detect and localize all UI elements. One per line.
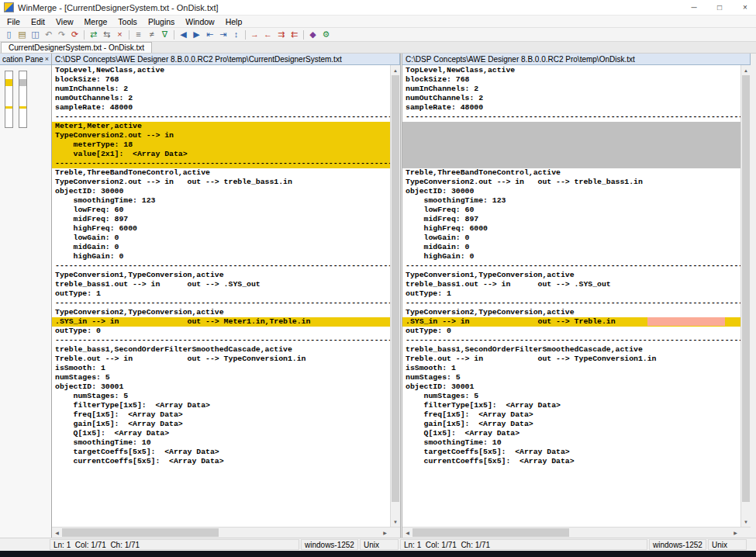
code-line[interactable]: numInChannels: 2 <box>52 85 390 94</box>
code-line[interactable]: highFreq: 6000 <box>402 224 740 234</box>
ghost-line[interactable] <box>402 159 740 168</box>
code-line[interactable]: isSmooth: 1 <box>402 364 740 373</box>
code-line[interactable]: outType: 0 <box>52 327 390 336</box>
code-line[interactable]: Q[1x5]: <Array Data> <box>52 429 390 438</box>
scroll-right-icon[interactable]: ▶ <box>380 528 390 538</box>
menu-item-view[interactable]: View <box>50 16 79 27</box>
code-line[interactable]: sampleRate: 48000 <box>402 103 740 112</box>
code-line[interactable]: blockSize: 768 <box>402 75 740 85</box>
tab-compare-file[interactable]: CurrentDesignerSystem.txt - OnDisk.txt <box>1 42 152 53</box>
code-line[interactable]: highGain: 0 <box>402 252 740 261</box>
prev-diff-icon[interactable]: ◀ <box>177 29 190 41</box>
code-line[interactable]: outType: 1 <box>402 289 740 299</box>
separator-line[interactable]: ----------------------------------------… <box>402 336 740 345</box>
code-line[interactable]: smoothingTime: 10 <box>52 438 390 448</box>
code-line[interactable]: lowGain: 0 <box>52 234 390 243</box>
left-horizontal-scroll-thumb[interactable] <box>62 528 219 537</box>
rescan-icon[interactable]: ⟳ <box>68 29 81 41</box>
code-line[interactable]: smoothingTime: 10 <box>402 438 740 448</box>
code-line[interactable]: gain[1x5]: <Array Data> <box>52 420 390 429</box>
code-line[interactable]: TypeConversion2,TypeConversion,active <box>402 308 740 317</box>
code-line[interactable]: currentCoeffs[5x5]: <Array Data> <box>52 457 390 466</box>
copy-left-icon[interactable]: ← <box>261 29 274 41</box>
code-line[interactable]: highFreq: 6000 <box>52 224 390 234</box>
code-line[interactable]: objectID: 30001 <box>52 382 390 392</box>
separator-line[interactable]: ----------------------------------------… <box>52 299 390 308</box>
copy-all-right-icon[interactable]: ⇉ <box>274 29 288 41</box>
code-line[interactable]: Treble.out --> in out --> TypeConversion… <box>52 355 390 364</box>
maximize-button[interactable]: □ <box>709 0 730 15</box>
ghost-line[interactable] <box>402 140 740 150</box>
code-line[interactable]: lowFreq: 60 <box>52 206 390 215</box>
right-file-path-header[interactable]: C:\DSP Concepts\AWE Designer 8.B.0.0.RC2… <box>402 54 751 65</box>
save-icon[interactable]: ◫ <box>29 29 42 41</box>
code-line[interactable]: TypeConversion2.out --> in out --> trebl… <box>402 178 740 187</box>
code-line[interactable]: TypeConversion2.out --> in out --> trebl… <box>52 178 390 187</box>
right-horizontal-scroll-thumb[interactable] <box>413 528 569 537</box>
code-line[interactable]: gain[1x5]: <Array Data> <box>402 420 740 429</box>
code-line[interactable]: midGain: 0 <box>402 243 740 252</box>
new-icon[interactable]: ▯ <box>2 29 16 41</box>
code-line[interactable]: TypeConversion2,TypeConversion,active <box>52 308 390 317</box>
code-line[interactable]: Q[1x5]: <Array Data> <box>402 429 740 438</box>
show-different-lines-icon[interactable]: ≠ <box>145 29 158 41</box>
code-line[interactable]: midFreq: 897 <box>52 215 390 224</box>
code-line[interactable]: midGain: 0 <box>52 243 390 252</box>
scroll-left-icon[interactable]: ◀ <box>402 528 413 538</box>
code-line[interactable]: numStages: 5 <box>52 373 390 382</box>
close-button[interactable]: × <box>734 0 756 15</box>
code-line[interactable]: treble_bass1.out --> in out --> .SYS_out <box>52 280 390 289</box>
ghost-line[interactable] <box>402 131 740 140</box>
code-line[interactable]: TopLevel,NewClass,active <box>402 66 740 75</box>
code-line[interactable]: freq[1x5]: <Array Data> <box>402 410 740 420</box>
menu-item-tools[interactable]: Tools <box>112 16 143 27</box>
menu-item-window[interactable]: Window <box>180 16 219 27</box>
code-line[interactable]: lowGain: 0 <box>402 234 740 243</box>
scroll-up-icon[interactable]: ▲ <box>741 65 751 75</box>
menu-item-merge[interactable]: Merge <box>79 16 113 27</box>
copy-right-icon[interactable]: → <box>248 29 261 41</box>
separator-line[interactable]: ----------------------------------------… <box>52 336 390 345</box>
menu-item-plugins[interactable]: Plugins <box>143 16 180 27</box>
next-diff-icon[interactable]: ▶ <box>190 29 203 41</box>
ghost-line[interactable] <box>402 150 740 159</box>
code-line[interactable]: numStages: 5 <box>52 392 390 401</box>
current-diff-icon[interactable]: ↕ <box>230 29 243 41</box>
code-line[interactable]: meterType: 18 <box>52 140 390 150</box>
menu-item-file[interactable]: File <box>2 16 26 27</box>
code-line[interactable]: smoothingTime: 123 <box>52 196 390 206</box>
plugins-icon[interactable]: ⚙ <box>319 29 333 41</box>
code-line[interactable]: objectID: 30000 <box>402 187 740 196</box>
code-line[interactable]: targetCoeffs[5x5]: <Array Data> <box>402 448 740 457</box>
code-line[interactable]: currentCoeffs[5x5]: <Array Data> <box>402 457 740 466</box>
line-filter-icon[interactable]: ∇ <box>158 29 171 41</box>
code-line[interactable]: TypeConversion2.out --> in <box>52 131 390 140</box>
location-map-right-bar[interactable] <box>19 71 27 128</box>
separator-line[interactable]: ----------------------------------------… <box>52 112 390 122</box>
separator-line[interactable]: ----------------------------------------… <box>402 299 740 308</box>
code-line[interactable]: objectID: 30001 <box>402 382 740 392</box>
code-line[interactable]: Treble,ThreeBandToneControl,active <box>52 168 390 178</box>
swap-panes-icon[interactable]: ⇆ <box>100 29 113 41</box>
code-line[interactable]: TypeConversion1,TypeConversion,active <box>52 271 390 280</box>
show-all-lines-icon[interactable]: ≡ <box>132 29 145 41</box>
code-line[interactable]: value[2x1]: <Array Data> <box>52 150 390 159</box>
code-line[interactable]: treble_bass1,SecondOrderFilterSmoothedCa… <box>52 345 390 355</box>
code-line[interactable]: sampleRate: 48000 <box>52 103 390 112</box>
code-line[interactable]: .SYS_in --> in out --> Treble.in <box>402 317 740 327</box>
code-line[interactable]: highGain: 0 <box>52 252 390 261</box>
refresh-icon[interactable]: ⇄ <box>87 29 100 41</box>
last-diff-icon[interactable]: ⇥ <box>216 29 230 41</box>
code-line[interactable]: Treble,ThreeBandToneControl,active <box>402 168 740 178</box>
code-line[interactable]: filterType[1x5]: <Array Data> <box>52 401 390 410</box>
code-line[interactable]: TypeConversion1,TypeConversion,active <box>402 271 740 280</box>
undo-icon[interactable]: ↶ <box>42 29 55 41</box>
first-diff-icon[interactable]: ⇤ <box>203 29 216 41</box>
redo-icon[interactable]: ↷ <box>55 29 68 41</box>
code-line[interactable]: numStages: 5 <box>402 373 740 382</box>
code-line[interactable]: targetCoeffs[5x5]: <Array Data> <box>52 448 390 457</box>
code-line[interactable]: midFreq: 897 <box>402 215 740 224</box>
close-tab-icon[interactable]: × <box>113 29 126 41</box>
code-line[interactable]: Treble.out --> in out --> TypeConversion… <box>402 355 740 364</box>
code-line[interactable]: isSmooth: 1 <box>52 364 390 373</box>
